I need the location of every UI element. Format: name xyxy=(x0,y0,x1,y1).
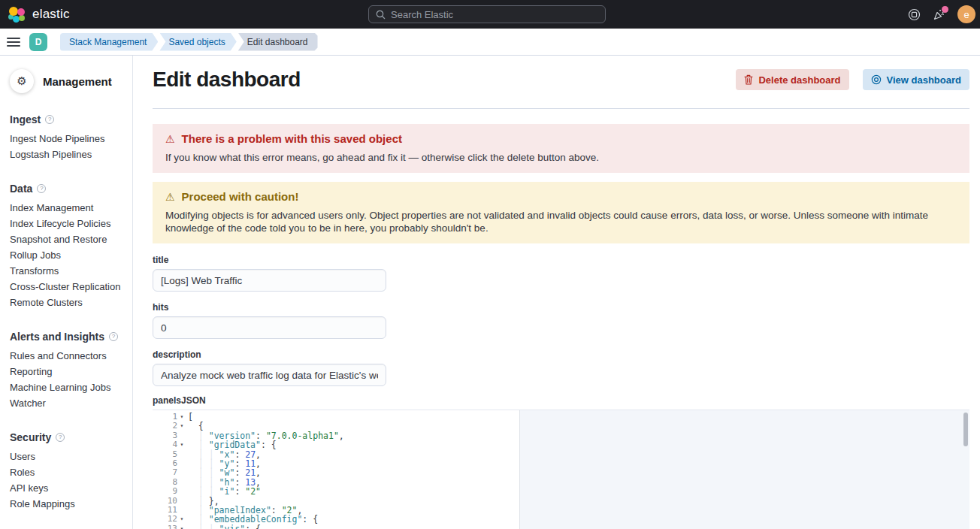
sidebar-item-machine-learning-jobs[interactable]: Machine Learning Jobs xyxy=(10,379,125,395)
warning-triangle-icon: ⚠ xyxy=(165,132,175,146)
code-line: │ }, xyxy=(188,497,969,506)
title-field-label: title xyxy=(153,255,969,265)
code-line: │ │ "y": 11, xyxy=(188,459,969,468)
sidebar-item-rules-and-connectors[interactable]: Rules and Connectors xyxy=(10,348,125,364)
delete-dashboard-button[interactable]: Delete dashboard xyxy=(736,69,848,90)
field-hits: hits xyxy=(153,302,969,339)
header-divider xyxy=(153,108,969,109)
view-dashboard-button[interactable]: View dashboard xyxy=(863,69,969,90)
code-line: │ │ "h": 13, xyxy=(188,478,969,487)
editor-code: [ { │ "version": "7.0.0-alpha1", │ "grid… xyxy=(188,413,969,529)
fold-arrow-icon[interactable]: ▾ xyxy=(177,422,186,431)
sidebar-item-api-keys[interactable]: API keys xyxy=(10,480,125,496)
fold-arrow-icon[interactable]: ▾ xyxy=(177,440,186,449)
section-help-icon: ? xyxy=(56,433,65,442)
header-actions: e xyxy=(908,0,980,29)
gutter-line: 8 xyxy=(153,478,186,487)
error-callout-body: If you know what this error means, go ah… xyxy=(165,151,957,164)
section-label: Ingest xyxy=(10,113,41,125)
field-panels-json: panelsJSON 1▾2▾34▾56789101112▾13▾14▾ [ {… xyxy=(153,395,969,529)
space-avatar[interactable]: D xyxy=(29,33,47,51)
view-dashboard-label: View dashboard xyxy=(887,74,961,86)
editor-scrollbar-thumb[interactable] xyxy=(963,413,968,446)
fold-arrow-icon[interactable]: ▾ xyxy=(177,413,186,422)
breadcrumb-bar: D Stack Management Saved objects Edit da… xyxy=(0,29,980,56)
field-description: description xyxy=(153,349,969,386)
page-title: Edit dashboard xyxy=(153,68,301,92)
logo-text: elastic xyxy=(32,7,70,22)
code-line: │ "embeddableConfig": { xyxy=(188,515,969,524)
gutter-line: 13▾ xyxy=(153,524,186,529)
sidebar-item-rollup-jobs[interactable]: Rollup Jobs xyxy=(10,247,125,263)
panels-json-label: panelsJSON xyxy=(153,395,969,406)
error-callout-title: There is a problem with this saved objec… xyxy=(182,132,402,146)
breadcrumb-edit-dashboard: Edit dashboard xyxy=(238,33,318,51)
code-line: │ "version": "7.0.0-alpha1", xyxy=(188,431,969,440)
sidebar-item-remote-clusters[interactable]: Remote Clusters xyxy=(10,295,125,310)
fold-arrow-icon[interactable]: ▾ xyxy=(177,515,186,524)
sidebar-item-logstash-pipelines[interactable]: Logstash Pipelines xyxy=(10,147,125,162)
gutter-line: 4▾ xyxy=(153,440,186,449)
gutter-line: 7 xyxy=(153,468,186,477)
editor-gutter: 1▾2▾34▾56789101112▾13▾14▾ xyxy=(153,413,186,529)
warning-callout-body: Modifying objects is for advanced users … xyxy=(165,209,957,234)
sidebar-item-roles[interactable]: Roles xyxy=(10,464,125,480)
title-input[interactable] xyxy=(153,269,386,292)
sidebar-item-cross-cluster-replication[interactable]: Cross-Cluster Replication xyxy=(10,279,125,295)
sidebar-section-data: Data ? Index Management Index Lifecycle … xyxy=(10,183,125,310)
description-input[interactable] xyxy=(153,364,386,386)
gutter-line: 1▾ xyxy=(153,413,186,422)
sidebar-header: ⚙ Management xyxy=(10,69,125,93)
sidebar-item-users[interactable]: Users xyxy=(10,449,125,464)
section-label: Alerts and Insights xyxy=(10,331,104,343)
page-header: Edit dashboard Delete dashboard View das… xyxy=(153,68,969,92)
warning-callout-title: Proceed with caution! xyxy=(182,190,299,204)
sidebar-item-ingest-node-pipelines[interactable]: Ingest Node Pipelines xyxy=(10,131,125,147)
sidebar-section-security: Security ? Users Roles API keys Role Map… xyxy=(10,431,125,512)
hits-input[interactable] xyxy=(153,316,386,339)
warning-triangle-icon: ⚠ xyxy=(165,190,175,204)
management-gear-icon: ⚙ xyxy=(10,69,34,93)
code-line: [ xyxy=(188,413,969,422)
main-content: Edit dashboard Delete dashboard View das… xyxy=(134,56,980,529)
sidebar-item-watcher[interactable]: Watcher xyxy=(10,395,125,411)
sidebar-item-role-mappings[interactable]: Role Mappings xyxy=(10,496,125,512)
newsfeed-icon[interactable] xyxy=(933,8,945,21)
fold-arrow-icon[interactable]: ▾ xyxy=(177,524,186,529)
breadcrumb-stack-management[interactable]: Stack Management xyxy=(60,33,158,51)
management-sidebar: ⚙ Management Ingest ? Ingest Node Pipeli… xyxy=(0,56,133,529)
section-label: Security xyxy=(10,431,51,443)
description-field-label: description xyxy=(153,349,969,360)
sidebar-item-transforms[interactable]: Transforms xyxy=(10,263,125,279)
sidebar-item-reporting[interactable]: Reporting xyxy=(10,364,125,379)
elastic-logo[interactable]: elastic xyxy=(0,6,70,23)
field-title: title xyxy=(153,255,969,292)
section-help-icon: ? xyxy=(109,332,118,341)
breadcrumb-saved-objects[interactable]: Saved objects xyxy=(159,33,236,51)
code-line: │ │ "x": 27, xyxy=(188,450,969,459)
code-line: │ │ "vis": { xyxy=(188,524,969,529)
menu-hamburger-icon[interactable] xyxy=(7,35,20,50)
search-input[interactable] xyxy=(391,9,598,20)
sidebar-item-index-lifecycle-policies[interactable]: Index Lifecycle Policies xyxy=(10,216,125,231)
hits-field-label: hits xyxy=(153,302,969,313)
gutter-line: 6 xyxy=(153,459,186,468)
section-help-icon: ? xyxy=(45,115,54,124)
panels-json-code-editor[interactable]: 1▾2▾34▾56789101112▾13▾14▾ [ { │ "version… xyxy=(153,410,969,529)
code-line: │ │ "w": 21, xyxy=(188,468,969,477)
help-lifebuoy-icon[interactable] xyxy=(908,8,921,21)
user-avatar[interactable]: e xyxy=(957,5,975,23)
code-line: │ "gridData": { xyxy=(188,440,969,449)
sidebar-item-snapshot-and-restore[interactable]: Snapshot and Restore xyxy=(10,231,125,247)
sidebar-item-index-management[interactable]: Index Management xyxy=(10,200,125,216)
top-header: elastic e xyxy=(0,0,980,29)
gutter-line: 5 xyxy=(153,450,186,459)
section-label: Data xyxy=(10,183,32,195)
elastic-logo-icon xyxy=(8,6,26,23)
code-line: │ │ "i": "2" xyxy=(188,487,969,496)
global-search[interactable] xyxy=(368,5,606,23)
gutter-line: 2▾ xyxy=(153,422,186,431)
sidebar-section-ingest: Ingest ? Ingest Node Pipelines Logstash … xyxy=(10,113,125,162)
gutter-line: 3 xyxy=(153,431,186,440)
sidebar-section-alerts-insights: Alerts and Insights ? Rules and Connecto… xyxy=(10,331,125,411)
